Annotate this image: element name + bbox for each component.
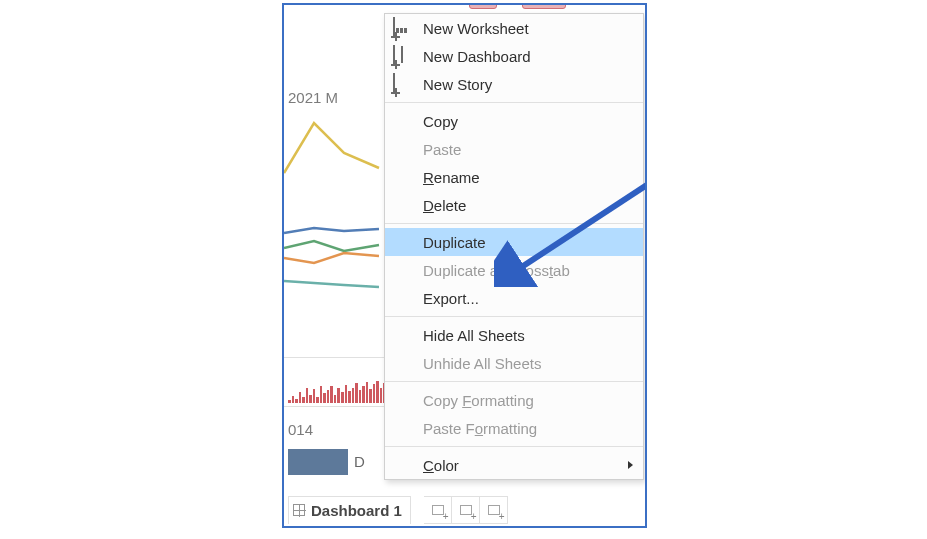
- partial-shape: [522, 3, 566, 9]
- menu-new-dashboard[interactable]: New Dashboard: [385, 42, 643, 70]
- year-label-fragment: 014: [288, 421, 313, 438]
- menu-copy[interactable]: Copy: [385, 107, 643, 135]
- menu-label: New Dashboard: [423, 48, 531, 65]
- context-menu: New Worksheet New Dashboard New Story Co…: [384, 13, 644, 480]
- menu-duplicate[interactable]: Duplicate: [385, 228, 643, 256]
- menu-hide-all-sheets[interactable]: Hide All Sheets: [385, 321, 643, 349]
- menu-paste-formatting: Paste Formatting: [385, 414, 643, 442]
- legend-text-fragment: D: [354, 453, 365, 470]
- menu-separator: [385, 102, 643, 103]
- menu-label: Delete: [423, 197, 466, 214]
- new-tab-buttons: [424, 496, 508, 524]
- menu-separator: [385, 381, 643, 382]
- mini-bar-chart: [288, 375, 393, 403]
- menu-label: Paste Formatting: [423, 420, 537, 437]
- dashboard-icon: [393, 46, 413, 66]
- sheet-tab-dashboard-1[interactable]: Dashboard 1: [288, 496, 411, 524]
- menu-label: Unhide All Sheets: [423, 355, 541, 372]
- partial-shape: [469, 3, 497, 9]
- menu-new-story[interactable]: New Story: [385, 70, 643, 98]
- window-frame: 2021 M 014: [282, 3, 647, 528]
- menu-label: Duplicate: [423, 234, 486, 251]
- menu-rename[interactable]: Rename: [385, 163, 643, 191]
- menu-label: Duplicate as Crosstab: [423, 262, 570, 279]
- menu-paste: Paste: [385, 135, 643, 163]
- menu-separator: [385, 316, 643, 317]
- menu-delete[interactable]: Delete: [385, 191, 643, 219]
- new-story-tab-button[interactable]: [480, 496, 508, 524]
- new-dashboard-tab-button[interactable]: [452, 496, 480, 524]
- menu-label: Copy Formatting: [423, 392, 534, 409]
- menu-label: New Story: [423, 76, 492, 93]
- menu-color[interactable]: Color: [385, 451, 643, 479]
- new-worksheet-tab-button[interactable]: [424, 496, 452, 524]
- menu-label: Hide All Sheets: [423, 327, 525, 344]
- menu-unhide-all-sheets: Unhide All Sheets: [385, 349, 643, 377]
- menu-label: New Worksheet: [423, 20, 529, 37]
- menu-export[interactable]: Export...: [385, 284, 643, 312]
- menu-separator: [385, 446, 643, 447]
- menu-label: Color: [423, 457, 459, 474]
- menu-separator: [385, 223, 643, 224]
- menu-label: Copy: [423, 113, 458, 130]
- dashboard-icon: [293, 504, 305, 516]
- menu-label: Paste: [423, 141, 461, 158]
- menu-label: Export...: [423, 290, 479, 307]
- legend-swatch: [288, 449, 348, 475]
- menu-copy-formatting: Copy Formatting: [385, 386, 643, 414]
- menu-duplicate-as-crosstab: Duplicate as Crosstab: [385, 256, 643, 284]
- worksheet-icon: [393, 18, 413, 38]
- menu-new-worksheet[interactable]: New Worksheet: [385, 14, 643, 42]
- submenu-caret-icon: [628, 461, 633, 469]
- sheet-tab-label: Dashboard 1: [311, 502, 402, 519]
- menu-label: Rename: [423, 169, 480, 186]
- story-icon: [393, 74, 413, 94]
- line-chart-fragment: [284, 103, 394, 293]
